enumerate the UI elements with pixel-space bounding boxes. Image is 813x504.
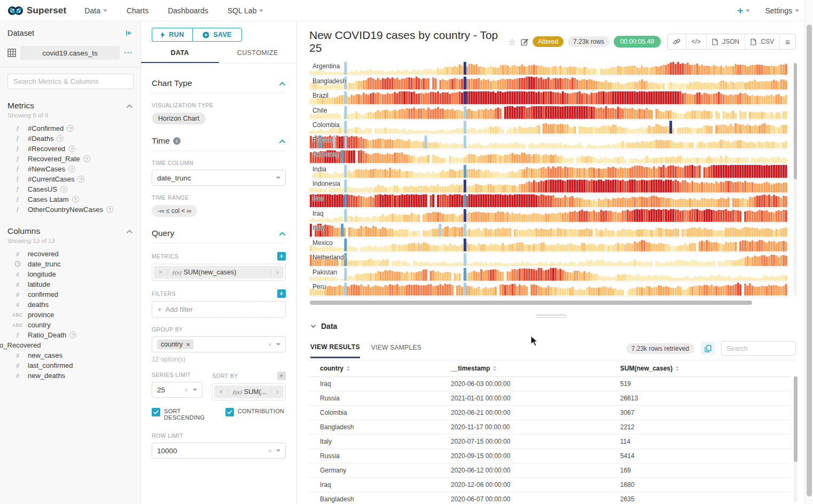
table-row[interactable]: Colombia2020-06-21 00:00:003067 [308,406,791,420]
chevron-up-icon[interactable] [279,231,286,236]
remove-tag-icon[interactable]: × [186,341,190,348]
nav-item-data[interactable]: Data [84,6,107,15]
search-input[interactable] [7,74,134,89]
chevron-up-icon[interactable] [126,104,133,108]
table-search-input[interactable] [721,341,796,356]
field-item-ratio_recovered[interactable]: Ratio_Recovered [0,340,133,350]
field-item-new_deaths[interactable]: #new_deaths [7,371,133,381]
nav-item-charts[interactable]: Charts [127,6,148,15]
chevron-up-icon[interactable] [126,229,133,234]
group-by-tag[interactable]: country × [157,340,193,349]
table-row[interactable]: Bangladesh2020-06-07 00:00:002635 [308,492,791,504]
table-header-country[interactable]: country [308,360,439,376]
dataset-name[interactable]: covid19.cases_ts [20,46,120,60]
new-button[interactable]: + [737,5,750,15]
favorite-star-icon[interactable]: ☆ [509,37,516,47]
save-button[interactable]: SAVE [192,28,242,42]
metric-pill[interactable]: × ƒ(x)SUM(new_cases) › [154,266,284,279]
chevron-up-icon[interactable] [279,139,286,144]
field-item-deaths[interactable]: #deaths [7,300,133,310]
add-filter-button[interactable]: + [277,289,286,298]
run-button[interactable]: RUN [152,28,192,42]
chevron-right-icon[interactable]: › [271,269,284,276]
tab-view-results[interactable]: VIEW RESULTS [310,343,360,358]
table-row[interactable]: Germany2020-06-12 00:00:00169 [308,463,791,478]
dataset-options-icon[interactable]: ··· [124,49,133,57]
tab-data[interactable]: DATA [141,49,219,63]
table-header--timestamp[interactable]: __timestamp [439,360,608,376]
tab-customize[interactable]: CUSTOMIZE [219,49,297,63]
group-by-select[interactable]: country × × [152,336,286,352]
collapse-panel-icon[interactable] [124,29,133,37]
add-metric-button[interactable]: + [277,252,286,261]
table-row[interactable]: Italy2020-07-15 00:00:00114 [308,435,791,449]
field-item-#recovered[interactable]: ƒ#Recovered? [7,144,133,154]
field-item-confirmed[interactable]: #confirmed [7,289,133,300]
nav-item-dashboards[interactable]: Dashboards [168,6,208,15]
export-csv-button[interactable]: .CSV [745,34,780,49]
field-item-longitude[interactable]: #longitude [7,269,133,279]
field-item-recovered[interactable]: #recovered [7,249,133,259]
clear-icon[interactable]: × [268,341,272,349]
viz-type-value[interactable]: Horizon Chart [152,113,206,124]
embed-code-icon[interactable]: </> [686,34,707,49]
field-item-province[interactable]: ABCprovince [7,310,133,320]
clear-icon[interactable]: × [184,386,189,394]
share-link-icon[interactable] [668,34,686,49]
chart-menu-icon[interactable]: ≡ [780,34,795,49]
time-range-value[interactable]: -∞ ≤ col < ∞ [152,205,197,217]
field-item-date_trunc[interactable]: date_trunc [7,259,133,269]
field-item-#newcases[interactable]: ƒ#NewCases? [7,164,133,174]
table-header-sum-new-cases-[interactable]: SUM(new_cases) [608,360,791,376]
field-item-casesus[interactable]: ƒCasesUS? [7,184,133,194]
field-item-last_confirmed[interactable]: #last_confirmed [7,360,133,371]
horizon-chart[interactable]: ArgentinaBangladeshBrazilChileColombiaFr… [310,62,797,297]
chevron-up-icon[interactable] [279,81,286,86]
table-row[interactable]: Russia2020-09-15 00:00:005414 [308,449,791,463]
tab-view-samples[interactable]: VIEW SAMPLES [371,344,421,357]
chevron-down-icon[interactable] [310,324,316,328]
field-item-#confirmed[interactable]: ƒ#Confirmed? [7,123,133,133]
sort-icon[interactable] [347,366,350,371]
sort-icon[interactable] [493,366,496,371]
altered-badge[interactable]: Altered [533,36,564,47]
panel-resize-handle[interactable] [536,314,566,318]
table-row[interactable]: Iraq2020-06-03 00:00:00519 [308,377,791,391]
sort-icon[interactable] [676,366,679,371]
row-limit-select[interactable]: 10000 × [152,443,286,459]
chart-vertical-scrollbar[interactable] [794,63,797,296]
field-item-cases latam[interactable]: ƒCases Latam? [7,194,133,204]
table-row[interactable]: Russia2021-01-01 00:00:0026613 [308,391,791,406]
time-column-select[interactable]: date_trunc [152,170,286,186]
superset-logo[interactable]: Superset [7,5,66,16]
copy-data-button[interactable] [701,342,715,355]
sort-descending-checkbox[interactable]: SORT DESCENDING [152,408,216,421]
time-section-title: Time [152,136,170,146]
chevron-right-icon[interactable]: › [271,388,284,396]
field-item-new_cases[interactable]: #new_cases [7,350,133,360]
chart-horizontal-scrollbar[interactable] [310,301,797,305]
field-item-ratio_death[interactable]: ƒRatio_Death? [7,330,133,340]
add-sort-button[interactable]: + [277,372,286,380]
clear-icon[interactable]: × [268,447,272,455]
field-item-recovered_rate[interactable]: ƒRecovered_Rate? [7,154,133,164]
remove-metric-icon[interactable]: × [154,269,168,276]
series-limit-select[interactable]: 25 × [152,382,202,398]
remove-sort-icon[interactable]: × [214,388,228,396]
table-vertical-scrollbar[interactable] [794,376,798,502]
field-item-#deaths[interactable]: ƒ#Deaths? [7,133,133,144]
settings-menu[interactable]: Settings [765,6,799,15]
table-row[interactable]: Bangladesh2020-11-17 00:00:002212 [308,420,791,435]
page-scrollbar[interactable] [804,0,813,504]
field-item-latitude[interactable]: #latitude [7,279,133,289]
field-item-country[interactable]: ABCcountry [7,320,133,330]
export-json-button[interactable]: .JSON [707,34,745,49]
edit-title-icon[interactable] [521,38,528,46]
add-filter-dropzone[interactable]: + Add filter [152,301,286,318]
nav-item-sql-lab[interactable]: SQL Lab [228,6,264,15]
table-row[interactable]: Iraq2020-12-06 00:00:001680 [308,478,791,492]
sort-by-pill[interactable]: × ƒ(x)SUM(... › [214,385,284,398]
field-item-#currentcases[interactable]: ƒ#CurrentCases? [7,174,133,184]
field-item-othercountrynewcases[interactable]: ƒOtherCountryNewCases? [7,204,133,215]
contribution-checkbox[interactable]: CONTRIBUTION [225,408,286,421]
